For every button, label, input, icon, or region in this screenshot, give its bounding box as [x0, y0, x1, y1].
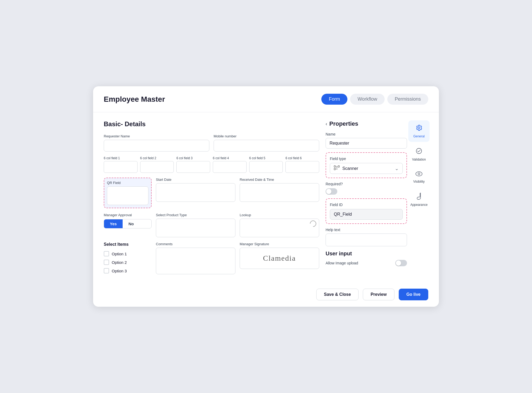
select-items-label: Select Items: [104, 242, 152, 247]
six-col-6-input[interactable]: [285, 161, 319, 173]
six-col-2-label: 6 col field 2: [140, 156, 174, 160]
option-1-label: Option 1: [112, 252, 127, 256]
field-type-box: Field type: [326, 152, 407, 178]
check-circle-icon: [415, 147, 423, 157]
start-date-label: Start Date: [156, 178, 235, 182]
select-product-input[interactable]: [156, 219, 235, 237]
tab-permissions[interactable]: Permissions: [387, 94, 428, 105]
six-col-1-label: 6 col field 1: [104, 156, 138, 160]
received-date-label: Received Date & Time: [240, 178, 319, 182]
mobile-number-label: Mobile number: [214, 134, 319, 138]
app-container: Employee Master Form Workflow Permission…: [93, 86, 439, 307]
svg-point-8: [418, 173, 420, 175]
six-col-2-input[interactable]: [140, 161, 174, 173]
qr-field-label: QR Field: [107, 181, 148, 185]
no-button[interactable]: No: [123, 219, 140, 228]
page-title: Employee Master: [104, 95, 316, 104]
received-date-input[interactable]: [240, 183, 319, 202]
group-requester-name: Requester Name: [104, 134, 209, 152]
comments-input[interactable]: [156, 248, 235, 274]
six-col-row: 6 col field 1 6 col field 2 6 col field …: [104, 156, 319, 173]
field-type-label: Field type: [330, 157, 403, 161]
yes-no-buttons: Yes No: [104, 219, 152, 228]
option-2-item: Option 2: [104, 260, 152, 265]
group-received-date: Received Date & Time: [240, 178, 319, 202]
allow-image-toggle[interactable]: [395, 260, 407, 266]
main-content: Basic- Details Requester Name Mobile num…: [93, 112, 439, 284]
tab-form[interactable]: Form: [321, 94, 347, 105]
qr-field-input[interactable]: [107, 186, 148, 205]
visibility-icon: [415, 170, 423, 179]
required-toggle[interactable]: [326, 188, 337, 195]
chevron-down-icon: ⌄: [395, 166, 399, 171]
option-3-item: Option 3: [104, 268, 152, 273]
sidebar-item-validation[interactable]: Validation: [408, 144, 430, 165]
properties-panel: ‹ Properties Name Field type: [319, 120, 407, 279]
sidebar-item-visibility[interactable]: Visibility: [408, 167, 430, 187]
tab-workflow[interactable]: Workflow: [350, 94, 385, 105]
six-col-3-input[interactable]: [176, 161, 210, 173]
save-close-button[interactable]: Save & Close: [316, 289, 359, 300]
required-row: Required?: [326, 182, 407, 195]
six-col-4-label: 6 col field 4: [213, 156, 247, 160]
go-live-button[interactable]: Go live: [399, 289, 428, 300]
field-id-input[interactable]: [330, 209, 403, 220]
svg-rect-0: [334, 166, 335, 167]
form-area: Basic- Details Requester Name Mobile num…: [104, 120, 319, 279]
option-3-checkbox[interactable]: [104, 268, 109, 273]
gear-icon: [415, 124, 423, 133]
option-2-checkbox[interactable]: [104, 260, 109, 265]
six-col-2: 6 col field 2: [140, 156, 174, 173]
lookup-input[interactable]: [240, 219, 319, 237]
group-mobile-number: Mobile number: [214, 134, 319, 152]
option-1-checkbox[interactable]: [104, 251, 109, 256]
six-col-6: 6 col field 6: [285, 156, 319, 173]
requester-name-input[interactable]: [104, 140, 209, 152]
appearance-label: Appearance: [410, 203, 428, 207]
start-date-input[interactable]: [156, 183, 235, 202]
validation-label: Validation: [412, 158, 426, 161]
svg-rect-2: [334, 168, 335, 170]
field-type-select[interactable]: Scanner ⌄: [330, 163, 403, 174]
group-select-product: Select Product Type: [156, 213, 235, 237]
help-text-label: Help text: [326, 228, 407, 232]
group-select-items: Select Items Option 1 Option 2 Option 3: [104, 242, 152, 273]
right-sidebar: General Validation: [407, 120, 431, 279]
row-requester-mobile: Requester Name Mobile number: [104, 134, 319, 152]
manager-approval-label: Manager Approval: [104, 213, 152, 217]
lookup-label: Lookup: [240, 213, 319, 217]
brush-icon: [416, 193, 422, 202]
signature-input[interactable]: Clamedia: [240, 248, 319, 269]
group-lookup: Lookup: [240, 213, 319, 237]
sidebar-item-appearance[interactable]: Appearance: [408, 189, 430, 210]
properties-title: Properties: [329, 120, 358, 127]
row-approval-product-lookup: Manager Approval Yes No Select Product T…: [104, 213, 319, 237]
signature-text: Clamedia: [263, 254, 296, 263]
help-text-input[interactable]: [326, 234, 407, 246]
preview-button[interactable]: Preview: [363, 289, 394, 300]
six-col-5-input[interactable]: [249, 161, 283, 173]
user-input-title: User input: [326, 251, 407, 257]
footer: Save & Close Preview Go live: [93, 284, 439, 307]
header: Employee Master Form Workflow Permission…: [93, 86, 439, 112]
six-col-6-label: 6 col field 6: [285, 156, 319, 160]
general-label: General: [413, 134, 425, 138]
six-col-3-label: 6 col field 3: [176, 156, 210, 160]
mobile-number-input[interactable]: [214, 140, 319, 152]
svg-rect-1: [338, 166, 339, 167]
visibility-label: Visibility: [413, 180, 425, 183]
group-start-date: Start Date: [156, 178, 235, 202]
six-col-1-input[interactable]: [104, 161, 138, 173]
sidebar-item-general[interactable]: General: [408, 120, 430, 142]
field-type-left: Scanner: [334, 165, 358, 171]
name-input[interactable]: [326, 138, 407, 149]
select-product-label: Select Product Type: [156, 213, 235, 217]
yes-button[interactable]: Yes: [104, 219, 123, 228]
properties-back-icon[interactable]: ‹: [326, 121, 327, 127]
svg-point-7: [416, 172, 422, 176]
svg-point-6: [416, 148, 422, 154]
six-col-1: 6 col field 1: [104, 156, 138, 173]
manager-signature-label: Manager Signature: [240, 242, 319, 246]
field-id-box: Field ID: [326, 198, 407, 224]
six-col-4-input[interactable]: [213, 161, 247, 173]
